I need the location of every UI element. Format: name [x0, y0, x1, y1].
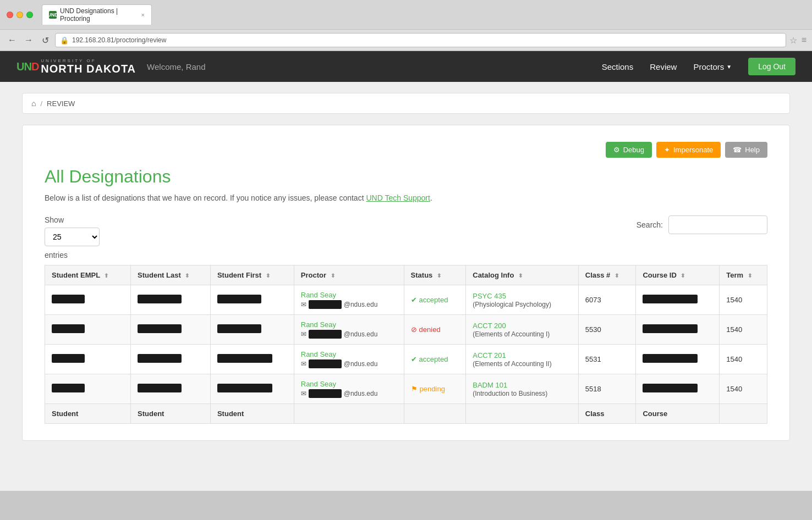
redacted-empl: [52, 384, 85, 392]
redacted-email: [309, 330, 342, 339]
proctor-email: ✉ @ndus.edu: [301, 330, 397, 339]
email-icon: ✉: [301, 390, 306, 397]
redacted-first: [217, 384, 272, 392]
cell-student-first: [210, 345, 294, 374]
email-icon: ✉: [301, 301, 306, 308]
th-student-empl[interactable]: Student EMPL ⬆: [45, 265, 131, 285]
proctor-name[interactable]: Rand Seay: [301, 291, 397, 299]
table-controls: Show 10 25 50 100 Search:: [45, 215, 767, 246]
tf-student3: Student: [210, 404, 294, 424]
flag-icon: ⚑: [411, 385, 418, 393]
cell-course-id: [636, 345, 720, 374]
proctors-label: Proctors: [693, 62, 724, 71]
cell-class-num: 5518: [578, 374, 636, 404]
tf-course: Course: [636, 404, 720, 424]
entries-label: entries: [45, 251, 767, 259]
show-control: Show 10 25 50 100: [45, 215, 100, 246]
show-select[interactable]: 10 25 50 100: [45, 228, 100, 246]
th-status[interactable]: Status ⬍: [404, 265, 466, 285]
address-bar[interactable]: 🔒 192.168.20.81/proctoring/review: [55, 33, 786, 47]
close-button-traffic[interactable]: [7, 12, 13, 18]
redacted-course-id: [643, 354, 698, 363]
search-input[interactable]: [668, 215, 767, 234]
logo-north-dakota: NORTH DAKOTA: [41, 63, 136, 74]
cell-catalog: PSYC 435 (Physiological Psychology): [466, 285, 579, 315]
cell-student-first: [210, 285, 294, 315]
check-icon: ✔: [411, 296, 417, 304]
bookmark-icon[interactable]: ☆: [789, 35, 797, 46]
th-student-last[interactable]: Student Last ⬍: [131, 265, 211, 285]
debug-button[interactable]: ⚙ Debug: [606, 142, 652, 158]
search-label: Search:: [637, 220, 663, 229]
cell-proctor: Rand Seay ✉ @ndus.edu: [294, 285, 404, 315]
status-accepted: ✔ accepted: [411, 355, 459, 363]
cell-class-num: 6073: [578, 285, 636, 315]
refresh-button[interactable]: ↺: [39, 34, 52, 47]
sections-nav-link[interactable]: Sections: [602, 62, 634, 71]
forward-button[interactable]: →: [22, 34, 35, 47]
th-term[interactable]: Term ⬍: [720, 265, 767, 285]
search-section: Search:: [637, 215, 767, 234]
proctor-name[interactable]: Rand Seay: [301, 350, 397, 358]
th-course-id[interactable]: Course ID ⬍: [636, 265, 720, 285]
breadcrumb-home-icon[interactable]: ⌂: [31, 99, 36, 108]
catalog-link[interactable]: PSYC 435: [473, 292, 506, 300]
cell-student-last: [131, 345, 211, 374]
cell-student-empl: [45, 374, 131, 404]
browser-toolbar: ← → ↺ 🔒 192.168.20.81/proctoring/review …: [0, 30, 812, 51]
impersonate-button[interactable]: ✦ Impersonate: [656, 142, 721, 158]
page-title: All Designations: [45, 167, 767, 187]
th-catalog-info[interactable]: Catalog Info ⬍: [466, 265, 579, 285]
proctor-name[interactable]: Rand Seay: [301, 320, 397, 329]
page-description: Below is a list of designations that we …: [45, 193, 767, 202]
review-nav-link[interactable]: Review: [650, 62, 677, 71]
tab-close-icon[interactable]: ×: [141, 12, 145, 18]
browser-chrome: UND UND Designations | Proctoring × ← → …: [0, 0, 812, 51]
catalog-link[interactable]: BADM 101: [473, 381, 507, 389]
browser-tab[interactable]: UND UND Designations | Proctoring ×: [42, 4, 152, 25]
tf-empty3: [466, 404, 579, 424]
logout-button[interactable]: Log Out: [748, 58, 795, 75]
catalog-link[interactable]: ACCT 201: [473, 351, 506, 359]
navbar-brand: UND UNIVERSITY OF NORTH DAKOTA Welcome, …: [17, 59, 206, 74]
proctors-nav-dropdown[interactable]: Proctors ▼: [693, 62, 732, 71]
proctor-name[interactable]: Rand Seay: [301, 380, 397, 388]
traffic-lights: [7, 12, 33, 18]
cell-student-last: [131, 374, 211, 404]
minimize-button-traffic[interactable]: [17, 12, 23, 18]
cell-term: 1540: [720, 374, 767, 404]
app-wrapper: UND UNIVERSITY OF NORTH DAKOTA Welcome, …: [0, 51, 812, 491]
email-domain: @ndus.edu: [344, 390, 378, 397]
table-row: Rand Seay ✉ @ndus.edu ✔ accepted: [45, 345, 767, 374]
tf-student2: Student: [131, 404, 211, 424]
email-domain: @ndus.edu: [344, 330, 378, 338]
redacted-email: [309, 300, 342, 309]
deny-icon: ⊘: [411, 325, 417, 334]
catalog-link[interactable]: ACCT 200: [473, 322, 506, 330]
email-domain: @ndus.edu: [344, 360, 378, 368]
redacted-course-id: [643, 295, 698, 303]
back-button[interactable]: ←: [6, 34, 19, 47]
menu-icon[interactable]: ≡: [802, 35, 806, 46]
th-class-num[interactable]: Class # ⬍: [578, 265, 636, 285]
cell-student-empl: [45, 345, 131, 374]
user-icon: ✦: [664, 146, 670, 154]
th-proctor[interactable]: Proctor ⬍: [294, 265, 404, 285]
help-button[interactable]: ☎ Help: [725, 142, 767, 158]
th-student-first[interactable]: Student First ⬍: [210, 265, 294, 285]
redacted-last: [138, 354, 182, 363]
redacted-first: [217, 295, 261, 303]
cell-class-num: 5530: [578, 315, 636, 345]
cell-student-empl: [45, 285, 131, 315]
cell-student-last: [131, 285, 211, 315]
main-card: ⚙ Debug ✦ Impersonate ☎ Help All Designa…: [22, 125, 790, 441]
table-row: Rand Seay ✉ @ndus.edu ✔ accepted: [45, 285, 767, 315]
catalog-desc: (Physiological Psychology): [473, 301, 551, 308]
catalog-desc: (Elements of Accounting II): [473, 360, 551, 368]
tech-support-link[interactable]: UND Tech Support: [366, 193, 430, 202]
breadcrumb-current: REVIEW: [47, 99, 75, 108]
fullscreen-button-traffic[interactable]: [26, 12, 33, 18]
table-row: Rand Seay ✉ @ndus.edu ⚑ pending: [45, 374, 767, 404]
cell-student-empl: [45, 315, 131, 345]
redacted-empl: [52, 354, 85, 363]
